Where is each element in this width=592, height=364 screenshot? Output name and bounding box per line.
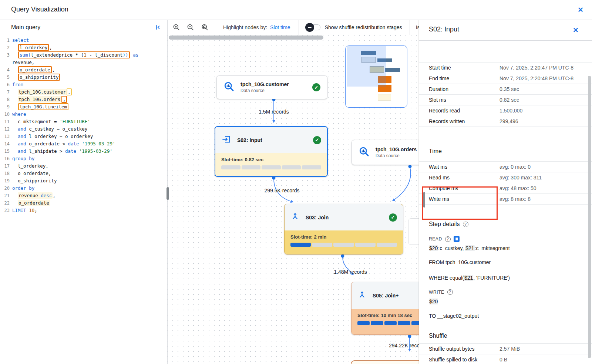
sql-token: 1: [84, 52, 87, 58]
progress-segment: [357, 321, 370, 325]
panel-resize-handle[interactable]: [166, 187, 169, 200]
sql-code: o_shippriority: [12, 177, 57, 185]
step-text: :c_mktsegment: [475, 245, 510, 251]
row-label: Shuffle output bytes: [429, 345, 500, 353]
progress-segment: [398, 321, 410, 325]
sql-line: 13 and l_orderkey = o_orderkey: [0, 133, 167, 140]
collapse-panel-icon[interactable]: [154, 24, 161, 31]
graph-node-s03[interactable]: S03: Join✓Slot-time: 2 min: [284, 204, 403, 255]
row-value: avg: 48 max: 50: [500, 185, 576, 192]
line-number: 16: [0, 155, 12, 162]
graph-node-customer[interactable]: tpch_10G.customerData source✓: [216, 75, 327, 99]
zoom-in-icon[interactable]: [173, 24, 180, 31]
step-text: FROM tpch_10G.customer: [429, 259, 491, 265]
graph-node-s02[interactable]: S02: Input✓Slot-time: 0.82 sec: [215, 126, 328, 177]
toggle-thumb-minus-icon: [305, 23, 314, 32]
sql-code: and l_shipdate > date '1995-03-29': [12, 148, 112, 155]
minimap-viewport[interactable]: [347, 46, 386, 87]
help-icon[interactable]: ?: [445, 236, 451, 242]
sql-line: 12 and c_custkey = o_custkey: [0, 125, 167, 133]
graph-minimap[interactable]: [345, 46, 407, 108]
sql-token: l_orderkey: [20, 45, 47, 50]
sql-token: [12, 67, 18, 73]
vertical-scrollbar[interactable]: [588, 76, 591, 358]
sql-token: ,: [68, 89, 71, 95]
row-value: 299,496: [500, 118, 576, 125]
step-text: :c_custkey,: [438, 245, 465, 251]
overview-table: Start timeNov 7, 2025, 2:20:47 PM UTC-8E…: [419, 62, 592, 127]
progress-segment: [302, 165, 321, 169]
main-query-title: Main query: [11, 24, 40, 31]
sql-line: 9 tpch_10G.lineitem: [0, 103, 167, 111]
sql-line: 23LIMIT 10;: [0, 207, 167, 214]
line-number: 20: [0, 185, 12, 192]
node-title: tpch_10G.customer: [240, 81, 289, 87]
sql-code: revenue desc,: [12, 192, 56, 199]
sql-highlight-box: o_shippriority: [18, 74, 60, 81]
zoom-reset-icon[interactable]: [201, 24, 208, 31]
progress-segment: [290, 243, 311, 247]
sql-token: l_shipdate >: [26, 148, 65, 154]
sql-line: 17 l_orderkey,: [0, 162, 167, 170]
node-title: S05: Join+: [373, 293, 398, 299]
clipped-node-fragment: [351, 360, 429, 364]
row-value: 0.35 sec: [500, 85, 576, 93]
sql-token: group by: [12, 156, 34, 161]
sql-code: and c_custkey = o_custkey: [12, 125, 87, 133]
slot-time-label: Slot-time: 0.82 sec: [221, 157, 321, 162]
time-table: Wait msavg: 0 max: 0Read msavg: 300 max:…: [419, 161, 592, 205]
row-label: Slot ms: [429, 96, 500, 104]
variable-chip: $21: [464, 275, 473, 281]
close-icon[interactable]: ✕: [578, 6, 583, 13]
sql-token: )): [123, 52, 128, 58]
main-query-header: Main query: [0, 20, 167, 35]
sql-line: 11 c_mktsegment = 'FURNITURE': [0, 118, 167, 125]
sql-token: where: [12, 111, 26, 117]
panel-close-icon[interactable]: ✕: [573, 27, 579, 34]
row-label: Read ms: [429, 174, 500, 181]
sql-token: date: [68, 141, 79, 146]
shuffle-heading: Shuffle: [429, 333, 447, 339]
line-number: 4: [0, 66, 12, 74]
node-subtitle: Data source: [240, 88, 289, 93]
line-number: 23: [0, 207, 12, 214]
sql-code: revenue,: [12, 59, 34, 66]
highlight-value-dropdown[interactable]: Slot time: [270, 24, 290, 30]
sql-editor[interactable]: 1select2 l_orderkey,3 sum(l_extendedpric…: [0, 35, 167, 214]
data-source-icon: [359, 146, 370, 159]
stage-node-body: Slot-time: 10 min 18 sec: [352, 309, 430, 335]
sql-token: [12, 52, 18, 58]
records-count-label: 299.5K records: [265, 188, 300, 193]
join-icon: [290, 212, 300, 223]
line-number: 18: [0, 170, 12, 177]
help-icon[interactable]: ?: [447, 289, 453, 295]
sql-token: 'FURNITURE': [60, 119, 90, 124]
sql-token: c_mktsegment =: [12, 119, 60, 124]
time-heading: Time: [429, 148, 442, 155]
graph-node-orders[interactable]: tpch_10G.ordersData source: [352, 140, 430, 165]
sql-token: o_shippriority: [20, 74, 58, 80]
sql-line: 21 revenue desc,: [0, 192, 167, 199]
sql-token: [12, 74, 18, 80]
graph-node-s05[interactable]: S05: Join+Slot-time: 10 min 18 sec: [351, 282, 430, 335]
row-label: Start time: [429, 64, 500, 71]
help-icon[interactable]: ?: [463, 222, 468, 227]
slot-time-progress-bar: [221, 165, 321, 169]
page-title: Query Visualization: [11, 6, 68, 13]
columns-icon[interactable]: [454, 236, 460, 242]
source-node-texts: tpch_10G.ordersData source: [376, 146, 417, 158]
row-label: Wait ms: [429, 163, 500, 171]
row-value: 1,500,000: [500, 107, 576, 114]
sql-token: and: [18, 126, 26, 132]
sql-highlight-box: ,: [61, 96, 67, 103]
sql-line: 4 o_orderdate,: [0, 66, 167, 74]
zoom-controls: [167, 24, 214, 31]
sql-token: c_custkey = o_custkey: [26, 126, 88, 132]
line-number: 6: [0, 81, 12, 88]
sql-token: ,: [53, 193, 56, 198]
progress-fill: [398, 321, 410, 325]
sql-token: '1995-03-29': [82, 141, 115, 146]
shuffle-stages-toggle[interactable]: [306, 24, 320, 31]
time-row: Wait msavg: 0 max: 0: [419, 161, 592, 172]
zoom-out-icon[interactable]: [187, 24, 194, 31]
